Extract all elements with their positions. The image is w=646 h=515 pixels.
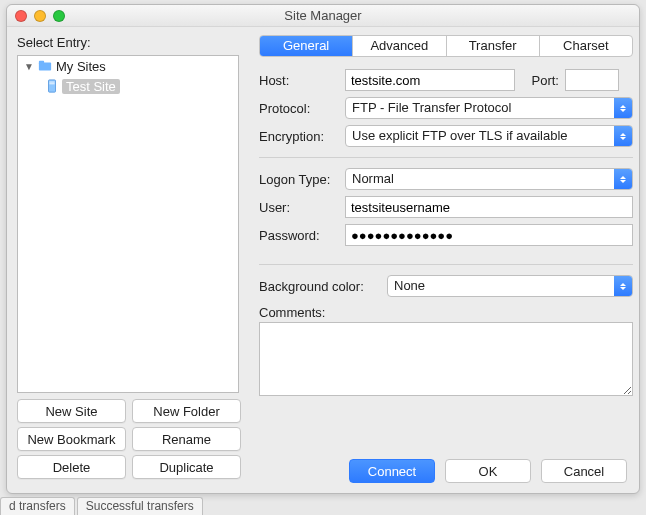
folder-icon [38, 59, 52, 73]
password-label: Password: [259, 228, 345, 243]
settings-tabs: General Advanced Transfer Settings Chars… [259, 35, 633, 57]
new-folder-button[interactable]: New Folder [132, 399, 241, 423]
new-bookmark-button[interactable]: New Bookmark [17, 427, 126, 451]
content-area: Select Entry: ▼ My Sites Test Site New S… [7, 27, 639, 493]
tree-root-label: My Sites [56, 59, 106, 74]
background-status-tabs: d transfers Successful transfers [0, 497, 205, 515]
status-tab[interactable]: d transfers [0, 497, 75, 515]
svg-rect-4 [49, 83, 54, 84]
tree-item-selected[interactable]: Test Site [18, 76, 238, 96]
protocol-value: FTP - File Transfer Protocol [352, 100, 511, 115]
site-tree[interactable]: ▼ My Sites Test Site [17, 55, 239, 393]
background-color-value: None [394, 278, 425, 293]
tree-root[interactable]: ▼ My Sites [18, 56, 238, 76]
tab-advanced[interactable]: Advanced [353, 36, 446, 56]
protocol-label: Protocol: [259, 101, 345, 116]
window-controls [15, 10, 65, 22]
tab-transfer-settings[interactable]: Transfer Settings [447, 36, 540, 56]
port-input[interactable] [565, 69, 619, 91]
dialog-buttons: Connect OK Cancel [349, 459, 627, 483]
rename-button[interactable]: Rename [132, 427, 241, 451]
svg-rect-1 [39, 61, 44, 65]
encryption-value: Use explicit FTP over TLS if available [352, 128, 568, 143]
background-color-label: Background color: [259, 279, 387, 294]
tab-general[interactable]: General [260, 36, 353, 56]
delete-button[interactable]: Delete [17, 455, 126, 479]
logon-type-select[interactable]: Normal [345, 168, 633, 190]
tab-charset[interactable]: Charset [540, 36, 632, 56]
host-label: Host: [259, 73, 345, 88]
zoom-icon[interactable] [53, 10, 65, 22]
status-tab[interactable]: Successful transfers [77, 497, 203, 515]
close-icon[interactable] [15, 10, 27, 22]
titlebar: Site Manager [7, 5, 639, 27]
disclosure-triangle-icon[interactable]: ▼ [24, 61, 34, 72]
site-buttons: New Site New Folder New Bookmark Rename … [17, 399, 241, 479]
background-color-select[interactable]: None [387, 275, 633, 297]
connect-button[interactable]: Connect [349, 459, 435, 483]
logon-type-value: Normal [352, 171, 394, 186]
window-title: Site Manager [284, 8, 361, 23]
general-form: Host: Port: Protocol: FTP - File Transfe… [259, 67, 633, 399]
tree-item-label: Test Site [62, 79, 120, 94]
port-label: Port: [515, 73, 565, 88]
host-input[interactable] [345, 69, 515, 91]
password-input[interactable] [345, 224, 633, 246]
ok-button[interactable]: OK [445, 459, 531, 483]
logon-type-label: Logon Type: [259, 172, 345, 187]
comments-textarea[interactable] [259, 322, 633, 396]
chevron-updown-icon [614, 276, 632, 296]
comments-label: Comments: [259, 305, 633, 320]
server-icon [46, 79, 58, 93]
select-entry-label: Select Entry: [17, 35, 91, 50]
minimize-icon[interactable] [34, 10, 46, 22]
user-label: User: [259, 200, 345, 215]
chevron-updown-icon [614, 126, 632, 146]
encryption-select[interactable]: Use explicit FTP over TLS if available [345, 125, 633, 147]
new-site-button[interactable]: New Site [17, 399, 126, 423]
user-input[interactable] [345, 196, 633, 218]
duplicate-button[interactable]: Duplicate [132, 455, 241, 479]
divider [259, 157, 633, 158]
chevron-updown-icon [614, 169, 632, 189]
site-manager-window: Site Manager Select Entry: ▼ My Sites Te… [6, 4, 640, 494]
cancel-button[interactable]: Cancel [541, 459, 627, 483]
svg-rect-3 [49, 82, 54, 83]
chevron-updown-icon [614, 98, 632, 118]
encryption-label: Encryption: [259, 129, 345, 144]
protocol-select[interactable]: FTP - File Transfer Protocol [345, 97, 633, 119]
divider [259, 264, 633, 265]
